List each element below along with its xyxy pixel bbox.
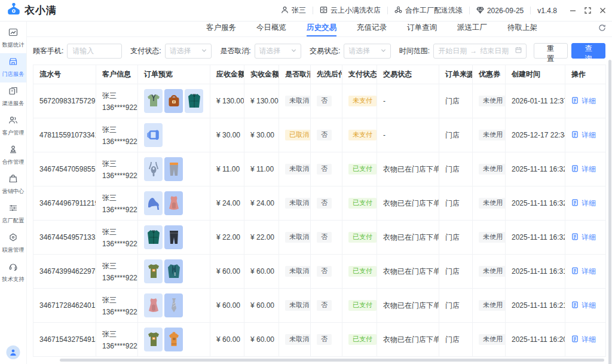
receivable-amount: ¥ 24.00: [210, 186, 244, 221]
detail-link[interactable]: 详细: [571, 233, 596, 243]
sidebar-item-store-service[interactable]: 门店服务: [0, 53, 26, 82]
order-serial: 34671543275491328: [33, 323, 96, 357]
maximize-button[interactable]: [585, 7, 591, 14]
tab-today-overview[interactable]: 今日概览: [256, 23, 286, 36]
tie-thumbnail[interactable]: [164, 293, 183, 317]
prewash-tag: 否: [317, 130, 332, 140]
customer-info: 张三136****9222: [96, 84, 138, 118]
tab-history-transactions[interactable]: 历史交易: [307, 23, 336, 36]
column-header-10: 优惠券: [473, 65, 506, 84]
pay-status-filter-label: 支付状态:: [130, 46, 161, 56]
system-date[interactable]: 2026-09-25: [470, 6, 530, 16]
received-amount: ¥ 60.00: [244, 255, 279, 289]
range-arrow: →: [470, 47, 477, 55]
sidebar-item-factory-config[interactable]: 店厂配置: [0, 200, 26, 229]
order-serial: 47811559107334144: [33, 118, 96, 152]
phone-input[interactable]: [67, 44, 122, 59]
order-preview: [138, 289, 210, 323]
heel-thumbnail[interactable]: [144, 191, 163, 215]
tab-customer-service[interactable]: 客户服务: [206, 23, 236, 36]
tab-pickup-shelf[interactable]: 待取上架: [507, 23, 537, 36]
tshirt-thumbnail[interactable]: [144, 259, 163, 283]
tshirt-thumbnail[interactable]: [144, 328, 163, 351]
order-serial: 56720983175729152: [33, 84, 96, 118]
sliders-icon: [8, 203, 18, 215]
minimize-button[interactable]: [570, 7, 576, 14]
coat-thumbnail[interactable]: [144, 225, 163, 249]
receivable-amount: ¥ 60.00: [210, 289, 244, 323]
tab-dispatch-factory[interactable]: 派送工厂: [457, 23, 487, 36]
trade-status-select[interactable]: 请选择: [344, 44, 390, 59]
detail-link[interactable]: 详细: [571, 164, 596, 175]
pay-status-tag: 已支付: [348, 300, 377, 311]
cancel-select[interactable]: 请选择: [255, 44, 301, 59]
query-button[interactable]: 查 询: [571, 43, 605, 59]
service-mode[interactable]: 合作工厂配送洗涤: [388, 5, 469, 16]
date-range-picker[interactable]: 开始日期 → 结束日期: [433, 44, 527, 59]
created-time: 2025-12-17 22:34:12: [506, 118, 565, 152]
shirt-thumbnail[interactable]: [144, 89, 163, 113]
refresh-icon[interactable]: [598, 24, 606, 33]
horizontal-scrollbar[interactable]: [60, 359, 604, 362]
sidebar-item-data-stats[interactable]: 数据统计: [0, 24, 26, 53]
reset-button[interactable]: 重 置: [534, 43, 568, 59]
sweater-thumbnail[interactable]: [164, 328, 183, 351]
necklace-thumbnail[interactable]: [144, 157, 163, 181]
document-icon: [571, 199, 579, 208]
table-row: 34674454957133824张三136****9222¥ 22.00¥ 2…: [33, 221, 606, 255]
rug-thumbnail[interactable]: [144, 123, 163, 147]
detail-link[interactable]: 详细: [571, 130, 596, 140]
topbar: 衣小满 张三 云上小满洗衣店 合作工厂配送洗涤 2026: [0, 0, 612, 22]
pants-thumbnail[interactable]: [164, 157, 183, 181]
sidebar-item-cooperation-mgmt[interactable]: 合作管理: [0, 141, 26, 170]
dress-thumbnail[interactable]: [144, 293, 163, 317]
detail-link[interactable]: 详细: [571, 267, 596, 277]
sidebar-item-channel-service[interactable]: 渠道服务: [0, 82, 26, 112]
detail-link[interactable]: 详细: [571, 301, 596, 311]
current-store[interactable]: 云上小满洗衣店: [313, 5, 387, 16]
vertical-scrollbar[interactable]: [608, 60, 611, 364]
main-content: 客户服务 今日概览 历史交易 充值记录 订单查询 派送工厂 待取上架 顾客手机:…: [27, 22, 612, 364]
detail-link[interactable]: 详细: [571, 335, 596, 345]
tab-recharge-records[interactable]: 充值记录: [357, 23, 387, 36]
column-header-1: 客户信息: [96, 65, 138, 84]
column-header-6: 先洗后付: [311, 65, 342, 84]
detail-link[interactable]: 详细: [571, 198, 596, 209]
dress-thumbnail[interactable]: [164, 191, 183, 215]
customer-info: 张三136****9222: [96, 289, 138, 323]
table-row: 47811559107334144张三136****9222¥ 30.00¥ 3…: [33, 118, 606, 152]
cooperation-icon: [8, 145, 18, 156]
pay-status-select[interactable]: 请选择: [165, 44, 212, 59]
shop-icon: [320, 6, 328, 16]
order-source: 门店: [439, 323, 473, 357]
detail-link[interactable]: 详细: [571, 96, 596, 106]
user-avatar[interactable]: [7, 345, 20, 359]
document-icon: [571, 165, 579, 174]
table-row: 56720983175729152张三136****9222¥ 130.00¥ …: [33, 84, 606, 118]
bag-thumbnail[interactable]: [164, 89, 183, 113]
cancel-status-tag: 未取消: [285, 232, 311, 243]
coat-thumbnail[interactable]: [185, 89, 203, 113]
pants2-thumbnail[interactable]: [164, 225, 183, 249]
receivable-amount: ¥ 60.00: [210, 255, 244, 289]
sidebar-item-tech-support[interactable]: 技术支持: [0, 258, 26, 287]
tab-order-query[interactable]: 订单查询: [407, 23, 437, 36]
current-user[interactable]: 张三: [274, 5, 313, 16]
cancel-status-tag: 未取消: [285, 96, 311, 106]
pay-status-tag: 未支付: [348, 130, 377, 140]
trade-status-filter-label: 交易状态:: [310, 46, 340, 56]
cancel-status-tag: 未取消: [285, 334, 311, 345]
sidebar-item-alliance-mgmt[interactable]: 联营管理: [0, 229, 26, 258]
received-amount: ¥ 22.00: [244, 221, 279, 255]
cancel-status-tag: 未取消: [285, 266, 311, 277]
column-header-9: 订单来源: [439, 65, 473, 84]
sidebar-item-marketing-center[interactable]: 营销中心: [0, 170, 26, 200]
column-header-0: 流水号: [33, 65, 96, 84]
time-range-filter-label: 时间范围:: [399, 46, 430, 56]
sidebar-item-customer-mgmt[interactable]: 客户管理: [0, 112, 26, 141]
prewash-tag: 否: [317, 198, 332, 209]
close-button[interactable]: [599, 7, 606, 14]
receivable-amount: ¥ 11.00: [210, 152, 244, 186]
table-row: 34671543275491328张三136****9222¥ 60.00¥ 6…: [33, 323, 606, 357]
jacket-thumbnail[interactable]: [164, 259, 183, 283]
